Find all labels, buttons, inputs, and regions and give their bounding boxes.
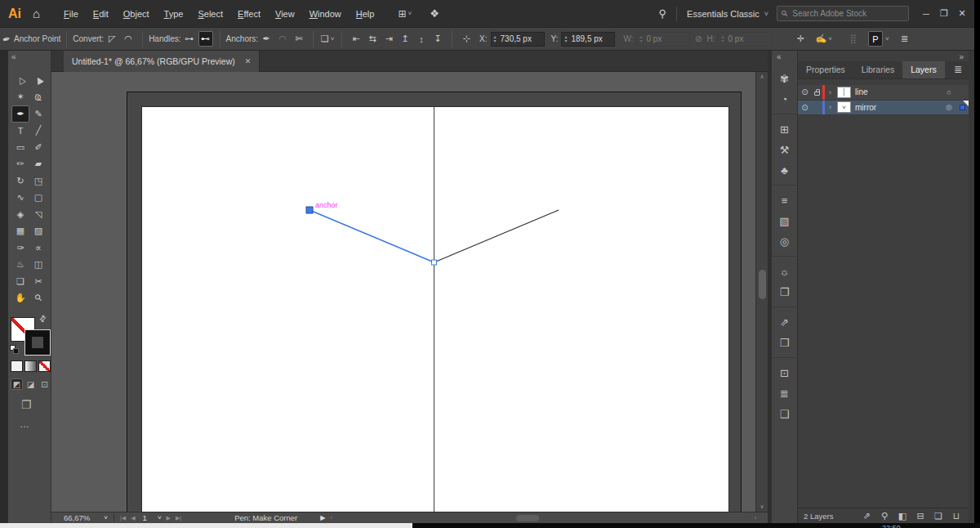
align-bottom-icon[interactable]: ↧ — [430, 31, 445, 47]
make-clip-mask-icon[interactable]: ◧ — [893, 511, 911, 521]
corner-anchor-point[interactable] — [432, 260, 437, 265]
layer-name[interactable]: mirror — [855, 103, 876, 112]
menu-window[interactable]: Window — [302, 7, 349, 21]
color-panel-icon[interactable]: ✾ — [772, 69, 797, 89]
distribute-icon[interactable]: ⊹ — [459, 31, 474, 47]
graphic-styles-icon[interactable]: ❐ — [772, 282, 797, 302]
collapse-toolbar-icon[interactable]: « — [11, 52, 16, 61]
menu-object[interactable]: Object — [116, 7, 157, 21]
locate-object-icon[interactable]: ⚲ — [875, 511, 893, 521]
menu-effect[interactable]: Effect — [230, 7, 268, 21]
artboard-number[interactable]: 1 — [143, 513, 147, 522]
collapse-panel-icon[interactable]: » — [959, 52, 964, 61]
artboard-tool[interactable]: ❏ — [11, 273, 29, 290]
connect-endpoints-icon[interactable]: ◠ — [275, 31, 290, 47]
artboard-options-icon[interactable]: ❏ ˅ — [320, 31, 335, 47]
menu-file[interactable]: File — [56, 7, 86, 21]
y-field[interactable]: ▴▾ 189,5 px — [561, 32, 615, 47]
vertical-scrollbar[interactable]: ∧ ∨ — [755, 72, 768, 512]
layer-thumbnail[interactable]: ˅ — [837, 101, 851, 113]
menu-type[interactable]: Type — [157, 7, 191, 21]
draw-inside-icon[interactable]: ⊡ — [38, 378, 51, 390]
cut-path-icon[interactable]: ✄ — [292, 31, 306, 47]
stepper-arrows[interactable]: ▴▾ — [564, 35, 567, 43]
arrange-documents-icon[interactable]: ⊞ ˅ — [398, 8, 412, 20]
expand-chevron-icon[interactable]: › — [825, 103, 835, 111]
align-top-icon[interactable]: ↥ — [398, 31, 412, 47]
slice-tool[interactable]: ✂ — [29, 273, 47, 290]
direct-selection-tool[interactable]: ▶ — [29, 72, 47, 89]
eyedropper-tool[interactable]: ✑ — [11, 239, 29, 257]
search-input[interactable] — [791, 8, 904, 19]
stroke-icon[interactable]: ≡ — [772, 190, 797, 211]
hand-tool[interactable]: ✋ — [11, 290, 29, 307]
magic-wand-tool[interactable]: ✶ — [11, 89, 29, 106]
hide-handles-icon[interactable]: ⊶ — [182, 31, 197, 47]
transparency-icon[interactable]: ◎ — [772, 231, 797, 252]
y-value[interactable]: 189,5 px — [571, 34, 602, 43]
swap-fill-stroke-icon[interactable]: ⇄ — [37, 313, 48, 324]
stepper-arrows[interactable]: ▴▾ — [494, 35, 497, 43]
transform-options-icon[interactable]: ✛ — [793, 31, 808, 47]
control-bar-menu-icon[interactable]: ≣ — [898, 31, 912, 47]
previous-artboard-icon[interactable]: ◀ — [131, 515, 135, 521]
curvature-tool[interactable]: ✎ — [29, 105, 47, 123]
swatches-icon[interactable]: ⊞ — [772, 119, 797, 140]
remove-anchor-icon[interactable]: ✒ — [259, 31, 274, 47]
asset-export-icon[interactable]: ❒ — [772, 333, 797, 353]
appearance-icon[interactable]: ☼ — [772, 262, 797, 282]
draw-behind-icon[interactable]: ◪ — [24, 378, 37, 390]
none-button[interactable] — [38, 360, 51, 372]
scroll-up-icon[interactable]: ∧ — [756, 74, 768, 80]
convert-to-smooth-icon[interactable]: ◠ — [121, 31, 136, 47]
blend-tool[interactable]: ∝ — [29, 239, 47, 257]
lock-icon[interactable] — [812, 89, 822, 96]
menu-edit[interactable]: Edit — [86, 7, 116, 21]
align-v-center-icon[interactable]: ↕ — [414, 31, 429, 47]
document-tab[interactable]: Untitled-1* @ 66,67% (RGB/GPU Preview) ✕ — [64, 51, 260, 72]
style-icon[interactable]: ✍ ˅ — [815, 31, 831, 47]
menu-select[interactable]: Select — [190, 7, 230, 21]
export-icon[interactable]: ⇗ — [772, 312, 797, 333]
default-swatches-icon[interactable] — [10, 345, 20, 354]
align-left-icon[interactable]: ⇤ — [349, 31, 363, 47]
panel-menu-icon[interactable]: ≣ — [954, 64, 969, 78]
home-icon[interactable]: ⌂ — [33, 7, 40, 20]
color-guide-icon[interactable]: ◔ — [772, 89, 797, 110]
mesh-tool[interactable]: ▦ — [11, 223, 29, 240]
tab-close-icon[interactable]: ✕ — [245, 57, 252, 65]
properties-toggle-icon[interactable]: P — [868, 31, 883, 47]
tab-layers[interactable]: Layers — [902, 61, 945, 78]
column-graph-tool[interactable]: ◫ — [29, 257, 47, 274]
lasso-tool[interactable]: Ҩ — [29, 89, 47, 106]
selected-anchor-point[interactable] — [306, 207, 313, 213]
symbol-sprayer-tool[interactable]: ♨ — [11, 257, 29, 274]
visibility-eye-icon[interactable]: ⊙ — [798, 87, 812, 96]
shape-builder-tool[interactable]: ◈ — [11, 206, 29, 223]
close-button[interactable]: ✕ — [953, 8, 971, 19]
pen-tool[interactable]: ✒ — [11, 105, 29, 123]
rectangle-tool[interactable]: ▭ — [11, 139, 29, 156]
delete-selection-icon[interactable]: ⊔ — [947, 511, 965, 521]
expand-dock-icon[interactable]: « — [777, 52, 782, 61]
selection-tool[interactable]: ▷ — [11, 72, 29, 89]
target-circle-icon[interactable]: ◎ — [942, 103, 956, 111]
scale-tool[interactable]: ◳ — [29, 172, 47, 190]
collect-for-export-icon[interactable]: ⇗ — [858, 511, 875, 521]
discover-lightbulb-icon[interactable]: ⚲ — [659, 7, 667, 20]
align-panel-icon[interactable]: ≣ — [772, 383, 797, 404]
expand-chevron-icon[interactable]: › — [825, 88, 835, 96]
align-right-icon[interactable]: ⇥ — [381, 31, 396, 47]
zoom-control[interactable]: 66,67% ˅ — [51, 513, 110, 522]
restore-button[interactable]: ❐ — [935, 8, 953, 19]
chevron-down-icon[interactable]: ˅ — [104, 514, 108, 521]
chevron-down-icon[interactable]: ˅ — [885, 35, 889, 43]
zoom-tool[interactable]: ⚲ — [29, 290, 47, 307]
horizontal-scrollbar[interactable] — [343, 514, 747, 522]
rotate-tool[interactable]: ↻ — [11, 172, 29, 190]
width-tool[interactable]: ∿ — [11, 190, 29, 207]
visibility-eye-icon[interactable]: ⊙ — [798, 103, 812, 112]
canvas[interactable]: anchor ∧ ∨ — [51, 72, 768, 512]
new-layer-icon[interactable]: ❏ — [929, 511, 947, 521]
new-sublayer-icon[interactable]: ⊟ — [911, 511, 929, 521]
